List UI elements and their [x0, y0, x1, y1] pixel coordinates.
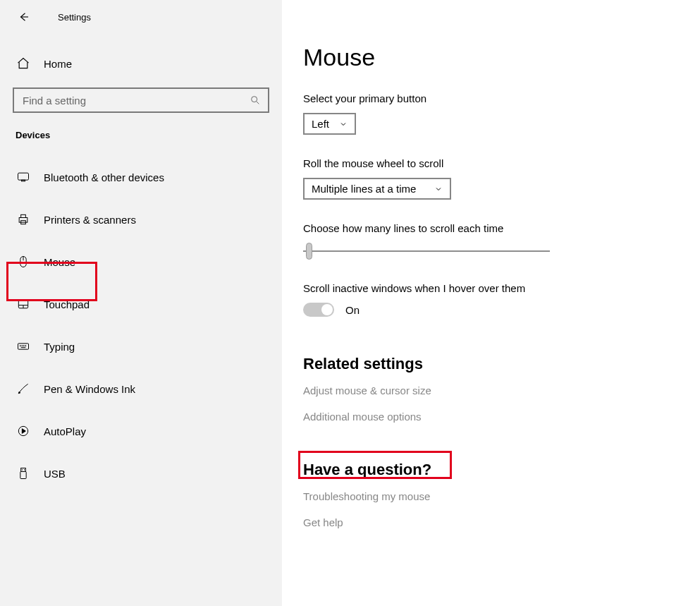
- search-icon: [250, 95, 261, 106]
- back-button[interactable]: [16, 8, 32, 25]
- nav-touchpad[interactable]: Touchpad: [0, 283, 282, 325]
- svg-rect-3: [18, 173, 29, 180]
- link-adjust-cursor[interactable]: Adjust mouse & cursor size: [303, 384, 679, 396]
- page-title: Mouse: [303, 44, 679, 71]
- link-troubleshooting[interactable]: Troubleshooting my mouse: [303, 490, 679, 502]
- printer-icon: [16, 212, 31, 226]
- svg-line-2: [257, 102, 259, 104]
- nav-usb[interactable]: USB: [0, 452, 282, 495]
- search-input[interactable]: [21, 94, 250, 107]
- nav-mouse[interactable]: Mouse: [0, 241, 282, 283]
- link-get-help[interactable]: Get help: [303, 516, 679, 528]
- chevron-down-icon: [434, 185, 443, 193]
- svg-rect-21: [20, 472, 26, 479]
- nav-item-label: Bluetooth & other devices: [44, 171, 164, 183]
- section-devices-label: Devices: [0, 113, 282, 145]
- dropdown-value: Left: [312, 118, 329, 130]
- nav-item-label: Printers & scanners: [44, 214, 136, 226]
- nav-pen[interactable]: Pen & Windows Ink: [0, 368, 282, 410]
- nav-printers[interactable]: Printers & scanners: [0, 198, 282, 241]
- setting-primary-button: Select your primary button Left: [303, 92, 679, 135]
- nav-item-label: Mouse: [44, 256, 75, 268]
- scroll-inactive-label: Scroll inactive windows when I hover ove…: [303, 282, 679, 294]
- wheel-scroll-dropdown[interactable]: Multiple lines at a time: [303, 178, 451, 200]
- usb-icon: [16, 466, 31, 480]
- svg-rect-4: [22, 180, 25, 181]
- dropdown-value: Multiple lines at a time: [312, 183, 424, 195]
- toggle-knob: [321, 304, 333, 315]
- link-additional-mouse-options[interactable]: Additional mouse options: [303, 411, 679, 423]
- sidebar: Settings Home Devices Bluetooth & other …: [0, 0, 282, 606]
- nav-item-label: USB: [44, 468, 66, 480]
- svg-point-14: [20, 346, 20, 346]
- primary-button-label: Select your primary button: [303, 92, 679, 104]
- nav-home-label: Home: [44, 58, 72, 70]
- mouse-icon: [16, 255, 31, 269]
- nav-item-label: Typing: [44, 341, 75, 353]
- svg-rect-13: [18, 344, 29, 349]
- nav-bluetooth[interactable]: Bluetooth & other devices: [0, 156, 282, 198]
- chevron-down-icon: [339, 120, 348, 128]
- lines-slider[interactable]: [303, 243, 550, 260]
- nav-typing[interactable]: Typing: [0, 325, 282, 368]
- svg-point-17: [25, 346, 26, 346]
- svg-point-16: [23, 346, 24, 346]
- scroll-inactive-toggle[interactable]: [303, 303, 334, 317]
- home-icon: [16, 56, 31, 71]
- svg-rect-5: [19, 218, 27, 223]
- svg-rect-6: [21, 214, 26, 217]
- keyboard-icon: [16, 339, 31, 353]
- bluetooth-icon: [16, 170, 31, 184]
- nav-home[interactable]: Home: [0, 49, 282, 78]
- pen-icon: [16, 382, 31, 396]
- lines-label: Choose how many lines to scroll each tim…: [303, 222, 679, 234]
- touchpad-icon: [16, 297, 31, 311]
- nav-item-label: AutoPlay: [44, 425, 86, 437]
- setting-scroll-inactive: Scroll inactive windows when I hover ove…: [303, 282, 679, 317]
- wheel-scroll-label: Roll the mouse wheel to scroll: [303, 157, 679, 169]
- main-content: Mouse Select your primary button Left Ro…: [282, 0, 700, 606]
- related-settings-heading: Related settings: [303, 355, 679, 373]
- app-title: Settings: [58, 12, 91, 23]
- svg-point-15: [22, 346, 23, 346]
- setting-lines-slider: Choose how many lines to scroll each tim…: [303, 222, 679, 260]
- slider-track: [303, 250, 550, 252]
- setting-wheel-scroll: Roll the mouse wheel to scroll Multiple …: [303, 157, 679, 200]
- nav-autoplay[interactable]: AutoPlay: [0, 410, 282, 452]
- back-arrow-icon: [18, 11, 30, 23]
- svg-rect-20: [21, 468, 26, 472]
- question-heading: Have a question?: [303, 461, 679, 479]
- search-box[interactable]: [13, 87, 269, 113]
- autoplay-icon: [16, 424, 31, 438]
- svg-point-1: [252, 97, 257, 102]
- nav-item-label: Pen & Windows Ink: [44, 383, 135, 395]
- toggle-state-label: On: [345, 304, 360, 316]
- nav-item-label: Touchpad: [44, 298, 90, 310]
- slider-thumb[interactable]: [306, 243, 312, 260]
- sidebar-header: Settings: [0, 0, 282, 34]
- primary-button-dropdown[interactable]: Left: [303, 113, 356, 135]
